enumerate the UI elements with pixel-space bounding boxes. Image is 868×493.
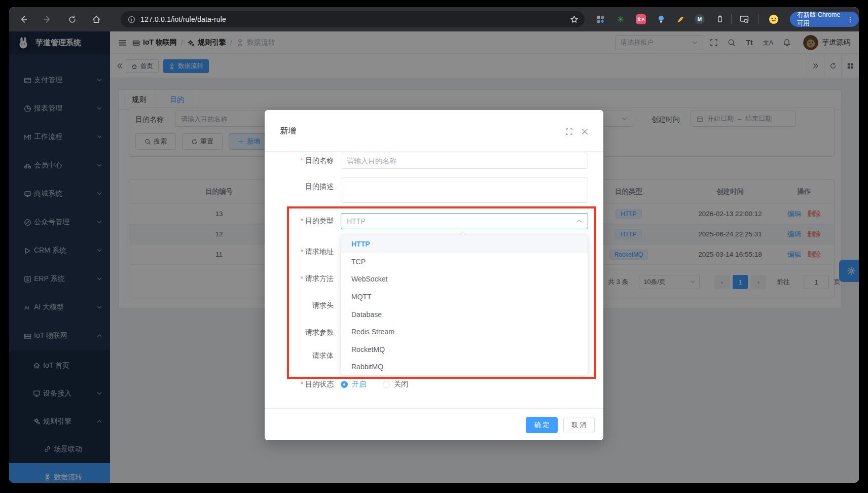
target-type-select[interactable]: HTTP [341,213,588,229]
cast-search-icon[interactable] [739,14,749,24]
toolbar-separator [731,14,732,24]
home-icon[interactable] [90,13,102,25]
dialog-title: 新增 [280,126,296,136]
extension-icon-feather[interactable] [675,14,685,24]
dialog-fullscreen-icon[interactable] [564,127,573,136]
dialog-footer-divider [265,408,603,409]
site-info-icon[interactable] [128,16,135,23]
option-tcp[interactable]: TCP [341,253,588,271]
option-rocketmq[interactable]: RocketMQ [341,341,588,359]
browser-window: 127.0.0.1/iot/rule/data-rule ✳ 文A M 有新版 … [9,7,859,483]
toolbar-separator [758,14,759,24]
url-bar[interactable]: 127.0.0.1/iot/rule/data-rule [121,11,585,27]
extension-icon-m[interactable]: M [695,14,705,24]
field-label-url: 请求地址 [265,248,334,257]
profile-avatar-icon[interactable] [769,14,779,24]
field-label-headers: 请求头 [265,301,334,310]
bookmark-star-icon[interactable] [570,15,578,24]
extension-icon-translate[interactable]: 文A [636,14,646,24]
chrome-menu-icon[interactable]: ⋮ [847,15,854,23]
status-off-label[interactable]: 关闭 [394,380,408,389]
extension-icon-bulb[interactable] [656,14,666,24]
option-rabbitmq[interactable]: RabbitMQ [341,358,588,375]
field-label-type: 目的类型 [265,217,334,226]
target-name-input[interactable] [341,153,588,169]
option-http[interactable]: HTTP [341,235,588,253]
option-websocket[interactable]: WebSocket [341,270,588,288]
chevron-up-icon [576,218,582,224]
field-label-desc: 目的描述 [265,182,334,191]
browser-toolbar: 127.0.0.1/iot/rule/data-rule ✳ 文A M 有新版 … [9,7,859,31]
dialog-divider [265,151,603,152]
url-text[interactable]: 127.0.0.1/iot/rule/data-rule [140,15,226,23]
target-desc-textarea[interactable] [341,178,588,203]
type-dropdown: HTTP TCP WebSocket MQTT Database Redis S… [341,235,588,375]
forward-icon[interactable] [42,13,54,25]
status-on-label[interactable]: 开启 [352,380,366,389]
cancel-button[interactable]: 取 消 [563,417,595,433]
reload-icon[interactable] [66,13,78,25]
field-label-params: 请求参数 [265,328,334,337]
chrome-update-button[interactable]: 有新版 Chrome 可用 ⋮ [790,12,859,27]
add-dialog: 新增 目的名称 目的描述 目的类型 HTTP 请求地址 请求方法 请求头 请求参… [265,110,603,440]
extension-icon-green[interactable]: ✳ [616,14,626,24]
status-on-radio[interactable] [341,381,348,388]
extensions-puzzle-icon[interactable] [715,14,725,24]
extension-icon-grid[interactable] [595,14,605,24]
back-icon[interactable] [17,13,29,25]
type-select-placeholder: HTTP [347,217,366,225]
dialog-close-icon[interactable] [580,127,589,136]
field-label-method: 请求方法 [265,274,334,284]
option-mqtt[interactable]: MQTT [341,288,588,306]
field-label-body: 请求体 [265,351,334,361]
confirm-button[interactable]: 确 定 [526,417,558,433]
option-database[interactable]: Database [341,305,588,323]
status-off-radio[interactable] [383,381,390,388]
field-label-name: 目的名称 [265,156,334,165]
option-redis-stream[interactable]: Redis Stream [341,323,588,341]
field-label-status: 目的状态 [265,380,334,389]
